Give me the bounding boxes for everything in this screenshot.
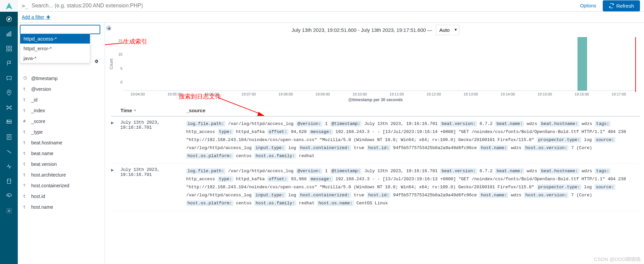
add-filter-link[interactable]: Add a filter ✚ xyxy=(22,14,50,20)
field-item[interactable]: ?host.containerized xyxy=(20,180,105,191)
collapse-sidebar-icon[interactable]: ◀ xyxy=(106,25,111,31)
options-link[interactable]: Options xyxy=(580,3,596,8)
svg-marker-2 xyxy=(8,18,10,20)
field-item[interactable]: @timestamp xyxy=(20,73,105,84)
svg-line-24 xyxy=(105,43,124,48)
svg-marker-0 xyxy=(6,3,12,9)
column-header-time[interactable]: Time ▼ xyxy=(120,108,186,113)
row-source: log.file.path: /var/log/httpd/access_log… xyxy=(186,120,640,160)
search-prompt-icon: >_ xyxy=(22,3,28,9)
now-marker xyxy=(635,37,636,92)
field-name: @version xyxy=(31,86,51,92)
nav-devtools-icon[interactable] xyxy=(0,174,18,189)
field-name: beat.hostname xyxy=(31,140,62,145)
nav-apm-icon[interactable] xyxy=(0,144,18,159)
time-range-text: July 13th 2023, 19:02:51.600 - July 13th… xyxy=(291,27,432,33)
field-name: host.architecture xyxy=(31,172,66,178)
index-option-httpd-access[interactable]: httpd_access-* xyxy=(20,34,90,44)
refresh-label: Refresh xyxy=(616,3,634,9)
svg-point-22 xyxy=(8,210,10,212)
field-type-icon: t xyxy=(23,108,28,113)
histogram-bar[interactable] xyxy=(578,37,587,90)
logo-icon[interactable] xyxy=(0,0,18,12)
field-name: beat.name xyxy=(31,151,53,156)
nav-canvas-icon[interactable] xyxy=(0,71,18,85)
svg-point-12 xyxy=(8,107,10,109)
field-item[interactable]: thost.id xyxy=(20,191,105,202)
nav-dashboard-icon[interactable] xyxy=(0,41,18,56)
svg-rect-8 xyxy=(6,49,8,51)
arrow-icon xyxy=(218,96,268,119)
field-name: beat.version xyxy=(31,161,57,167)
table-row: ▶July 13th 2023, 19:16:16.701 log.file.p… xyxy=(111,117,640,164)
annotation-found-log: 搜索到日志文件 xyxy=(179,92,221,101)
nav-management-icon[interactable] xyxy=(0,203,18,218)
field-item[interactable]: thost.architecture xyxy=(20,170,105,180)
svg-marker-27 xyxy=(257,112,265,116)
refresh-icon xyxy=(609,3,614,8)
field-sidebar: ◀ httpd_access-* httpd_error-* java-* @t… xyxy=(18,23,105,264)
row-time: July 13th 2023, 19:16:16.701 xyxy=(120,120,186,160)
nav-maps-icon[interactable] xyxy=(0,85,18,100)
filter-bar: Add a filter ✚ xyxy=(18,12,644,23)
gear-icon[interactable] xyxy=(94,59,99,65)
field-type-icon: ? xyxy=(23,183,28,188)
search-input[interactable] xyxy=(32,3,573,9)
field-item[interactable]: tbeat.name xyxy=(20,148,105,159)
watermark: CSDN @DDD嘀嘀嘀 xyxy=(594,256,641,263)
field-name: @timestamp xyxy=(31,76,58,81)
svg-rect-10 xyxy=(7,76,11,79)
field-type-icon: t xyxy=(23,140,28,145)
nav-uptime-icon[interactable] xyxy=(0,159,18,174)
chart-plot-area xyxy=(124,37,637,91)
nav-monitoring-icon[interactable] xyxy=(0,189,18,203)
svg-rect-6 xyxy=(6,46,8,48)
field-type-icon: t xyxy=(23,173,28,177)
field-item[interactable]: tbeat.hostname xyxy=(20,137,105,148)
field-type-icon: t xyxy=(23,205,28,209)
index-pattern-input[interactable] xyxy=(20,25,100,34)
svg-point-11 xyxy=(8,91,9,92)
field-name: host.containerized xyxy=(31,183,69,188)
nav-rail xyxy=(0,0,18,264)
field-type-icon: t xyxy=(23,151,28,156)
field-item[interactable]: t_index xyxy=(20,105,105,116)
field-item[interactable]: t@version xyxy=(20,84,105,94)
results-table: Time ▼ _source ▶July 13th 2023, 19:16:16… xyxy=(107,105,644,264)
field-item[interactable]: t_id xyxy=(20,94,105,105)
svg-rect-18 xyxy=(7,122,11,123)
svg-rect-21 xyxy=(7,179,11,183)
nav-infrastructure-icon[interactable] xyxy=(0,115,18,130)
y-axis-label: Count xyxy=(108,59,114,69)
nav-visualize-icon[interactable] xyxy=(0,26,18,41)
svg-point-19 xyxy=(7,121,8,121)
interval-select[interactable]: Auto xyxy=(436,25,460,35)
svg-rect-4 xyxy=(8,33,9,36)
nav-discover-icon[interactable] xyxy=(0,12,18,26)
field-type-icon xyxy=(23,76,28,81)
index-pattern-dropdown: httpd_access-* httpd_error-* java-* xyxy=(20,34,90,63)
field-item[interactable]: #_score xyxy=(20,116,105,127)
index-option-httpd-error[interactable]: httpd_error-* xyxy=(20,44,90,53)
expand-row-icon[interactable]: ▶ xyxy=(111,120,120,160)
nav-logs-icon[interactable] xyxy=(0,130,18,144)
histogram-chart[interactable]: Count 151050 xyxy=(107,37,644,91)
field-item[interactable]: thost.name xyxy=(20,202,105,212)
nav-ml-icon[interactable] xyxy=(0,100,18,115)
field-name: _index xyxy=(31,108,45,113)
field-name: _score xyxy=(31,119,45,124)
row-source: log.file.path: /var/log/httpd/access_log… xyxy=(186,167,640,207)
field-name: host.name xyxy=(31,204,53,210)
plus-icon: ✚ xyxy=(45,14,50,20)
top-search-bar: >_ Options Refresh xyxy=(18,0,644,12)
field-item[interactable]: t_type xyxy=(20,127,105,137)
nav-timelion-icon[interactable] xyxy=(0,56,18,71)
field-type-icon: t xyxy=(23,130,28,134)
field-item[interactable]: tbeat.version xyxy=(20,159,105,170)
field-type-icon: t xyxy=(23,97,28,102)
refresh-button[interactable]: Refresh xyxy=(603,0,640,11)
field-list: @timestampt@versiont_idt_index#_scoret_t… xyxy=(20,73,105,212)
expand-row-icon[interactable]: ▶ xyxy=(111,167,120,207)
row-time: July 13th 2023, 19:16:16.701 xyxy=(120,167,186,207)
index-option-java[interactable]: java-* xyxy=(20,53,90,63)
